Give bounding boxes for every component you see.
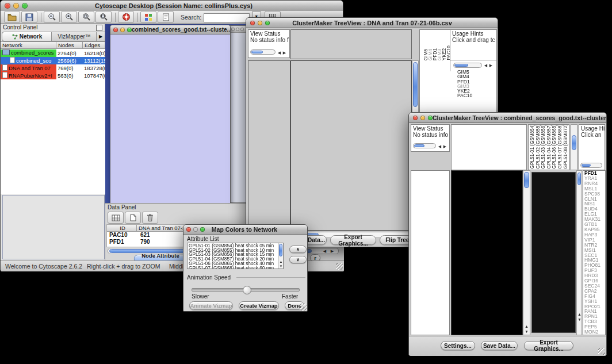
tv2-vscrollbar[interactable]: ▲ ▼ bbox=[523, 170, 530, 335]
tv2-status-scrollbar[interactable] bbox=[413, 143, 436, 148]
scroll-left-icon[interactable]: ◀ bbox=[483, 63, 488, 68]
gene-label[interactable]: MON2 bbox=[584, 329, 605, 335]
attribute-list-scrollbar[interactable]: ▲ ▼ bbox=[278, 243, 283, 269]
inactive-zoom-button[interactable] bbox=[240, 28, 244, 31]
zoom-button[interactable] bbox=[200, 227, 205, 232]
tv1-row-label[interactable]: PAC10 bbox=[457, 93, 472, 98]
tv2-labels-scrollbar[interactable] bbox=[571, 124, 577, 170]
table-row[interactable]: combined_sco2569(6)13112(15) bbox=[1, 57, 105, 64]
tv2-column-label[interactable]: GPL51-07 (GSM868) bbox=[557, 124, 563, 168]
scroll-right-icon[interactable]: ▶ bbox=[282, 51, 287, 55]
tv2-column-label[interactable]: GPL51-04 (GSM857) bbox=[546, 124, 552, 168]
treeview1-titlebar[interactable]: ClusterMaker TreeView : DNA and Tran 07-… bbox=[246, 18, 498, 28]
new-attribute-button[interactable] bbox=[125, 212, 141, 224]
tv2-column-label[interactable]: GPL51-06 (GSM865) bbox=[552, 124, 557, 168]
select-attributes-button[interactable] bbox=[108, 212, 124, 224]
close-button[interactable] bbox=[413, 116, 418, 120]
minimize-button[interactable] bbox=[258, 21, 262, 25]
annotation-button[interactable] bbox=[158, 11, 174, 23]
dialog-titlebar[interactable]: Map Colors to Network bbox=[183, 225, 307, 235]
tab-vizmapper[interactable]: VizMapper™ bbox=[51, 32, 97, 41]
table-row[interactable]: combined_scores2764(0)16218(0) bbox=[1, 49, 105, 57]
net-close-button[interactable] bbox=[113, 28, 118, 32]
tv1-heatmap[interactable] bbox=[290, 60, 412, 231]
scroll-up-icon[interactable]: ▲ bbox=[524, 324, 529, 329]
tv2-save-data-button[interactable]: Save Data... bbox=[481, 341, 518, 350]
tv2-export-graphics-button[interactable]: Export Graphics... bbox=[524, 341, 573, 350]
dialog-resize-grip[interactable] bbox=[300, 304, 307, 311]
minimize-button[interactable] bbox=[420, 116, 425, 120]
main-titlebar[interactable]: Cytoscape Desktop (Session Name: collins… bbox=[1, 1, 343, 12]
zoom-selected-button[interactable] bbox=[78, 11, 94, 23]
tv1-status-scrollbar[interactable] bbox=[250, 49, 276, 55]
create-vizmap-button[interactable]: Create Vizmap bbox=[239, 301, 279, 310]
scroll-right-icon[interactable]: ▶ bbox=[488, 63, 494, 68]
scroll-up-icon[interactable]: ▲ bbox=[278, 259, 284, 264]
tv2-row-dendrogram[interactable] bbox=[411, 170, 450, 335]
tv2-column-label[interactable]: GPL51-03 (GSM856) bbox=[541, 124, 546, 168]
tab-network[interactable]: Network bbox=[2, 32, 52, 41]
minimize-button[interactable] bbox=[193, 227, 198, 232]
birdseye-canvas[interactable] bbox=[3, 196, 103, 258]
zoom-in-button[interactable] bbox=[61, 11, 77, 23]
net-minimize-button[interactable] bbox=[120, 28, 125, 32]
tv1-matrix-hscrollbar[interactable] bbox=[453, 63, 482, 68]
open-session-button[interactable] bbox=[4, 11, 20, 23]
scroll-left-icon[interactable]: ◀ bbox=[277, 51, 282, 55]
search-input[interactable] bbox=[204, 13, 250, 22]
zoom-button[interactable] bbox=[22, 3, 28, 9]
attribute-list-item[interactable]: GPL51-07 (GSM868) heat shock 60 min bbox=[189, 266, 283, 269]
scroll-left-icon[interactable]: ◀ bbox=[322, 249, 327, 254]
tv2-global-view[interactable] bbox=[531, 172, 576, 333]
background-network-window[interactable] bbox=[230, 25, 247, 203]
inactive-close-button[interactable] bbox=[231, 28, 235, 31]
animation-speed-slider[interactable] bbox=[192, 288, 300, 292]
move-attribute-up-button[interactable]: ∧ bbox=[289, 246, 307, 253]
scroll-down-icon[interactable]: ▼ bbox=[278, 264, 284, 269]
main-resize-grip[interactable] bbox=[336, 263, 343, 270]
float-panel-icon[interactable] bbox=[96, 25, 102, 31]
tv1-column-dendrogram[interactable] bbox=[290, 29, 412, 59]
tv2-column-dendrogram-space[interactable] bbox=[451, 124, 527, 170]
zoom-button[interactable] bbox=[428, 116, 433, 120]
net-zoom-button[interactable] bbox=[127, 28, 132, 32]
tv2-gene-scrollbar[interactable]: ▲ ▼ bbox=[576, 170, 582, 335]
network-table-header[interactable]: Nodes bbox=[56, 42, 83, 49]
close-button[interactable] bbox=[186, 227, 191, 232]
minimize-button[interactable] bbox=[13, 3, 19, 9]
help-button[interactable] bbox=[118, 11, 134, 23]
tv1-row-dendrogram[interactable] bbox=[248, 60, 290, 231]
treeview2-titlebar[interactable]: ClusterMaker TreeView : combined_scores_… bbox=[409, 113, 606, 123]
close-button[interactable] bbox=[5, 3, 10, 9]
table-row[interactable]: DNA and Tran 07769(0)183728(0) bbox=[1, 64, 105, 72]
network-view-canvas[interactable] bbox=[110, 35, 229, 203]
scroll-up-icon[interactable]: ▲ bbox=[577, 312, 582, 317]
zoom-fit-button[interactable] bbox=[95, 11, 112, 23]
background-network-canvas[interactable] bbox=[230, 86, 247, 201]
tv2-usage-scrollbar[interactable] bbox=[580, 163, 602, 168]
zoom-button[interactable] bbox=[265, 21, 270, 25]
scroll-left-icon[interactable]: ◀ bbox=[437, 144, 442, 149]
save-session-button[interactable] bbox=[21, 11, 37, 23]
tv2-heatmap[interactable] bbox=[451, 170, 523, 335]
table-row[interactable]: RNAPuberNov2+I563(0)107847(0) bbox=[1, 72, 105, 79]
tv1-similarity-matrix[interactable] bbox=[420, 69, 449, 98]
attr-col-id[interactable]: ID bbox=[107, 225, 137, 232]
scroll-down-icon[interactable]: ▼ bbox=[577, 317, 582, 322]
slider-thumb[interactable] bbox=[243, 286, 251, 294]
tv2-column-label[interactable]: GPL51-01 (GSM854) bbox=[530, 124, 535, 168]
scroll-right-icon[interactable]: ▶ bbox=[330, 249, 335, 254]
tv2-column-label[interactable]: GPL51-08 (GSM872) bbox=[563, 124, 568, 168]
zoom-out-button[interactable] bbox=[44, 11, 60, 23]
animate-vizmap-button[interactable]: Animate Vizmap bbox=[189, 301, 233, 310]
network-table-header[interactable]: Edges bbox=[83, 42, 105, 49]
move-attribute-down-button[interactable]: ∨ bbox=[289, 256, 307, 263]
scroll-right-icon[interactable]: ▶ bbox=[442, 144, 447, 149]
tv2-settings-button[interactable]: Settings... bbox=[441, 341, 475, 350]
close-button[interactable] bbox=[250, 21, 255, 25]
vizmapper-button[interactable] bbox=[140, 11, 156, 23]
network-table-header[interactable]: Network bbox=[1, 42, 56, 49]
tv2-column-label[interactable]: GPL51-02 (GSM855) bbox=[536, 124, 541, 168]
delete-attribute-button[interactable] bbox=[142, 212, 158, 224]
inactive-minimize-button[interactable] bbox=[236, 28, 239, 31]
